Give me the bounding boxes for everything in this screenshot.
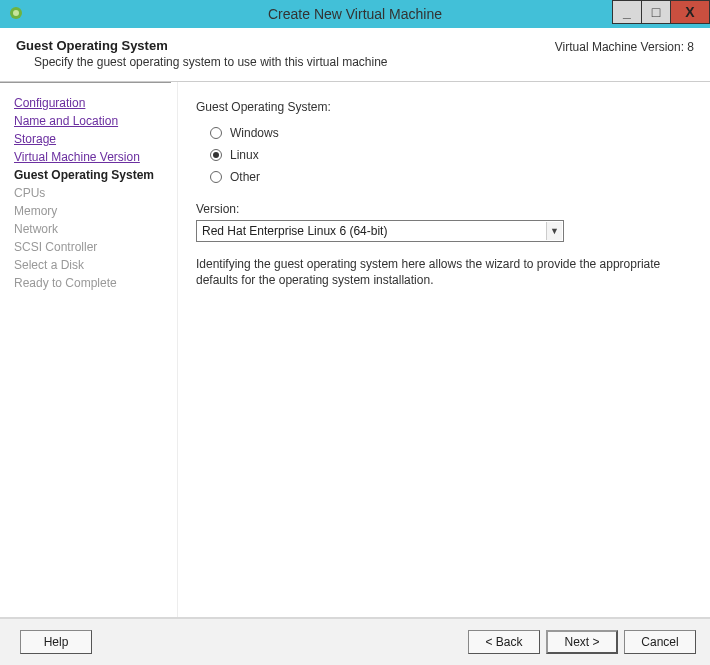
sidebar-step-memory: Memory xyxy=(14,202,169,220)
svg-point-1 xyxy=(13,10,19,16)
sidebar-step-vm-version[interactable]: Virtual Machine Version xyxy=(14,148,169,166)
maximize-button[interactable]: □ xyxy=(641,0,671,24)
sidebar-step-configuration[interactable]: Configuration xyxy=(14,94,169,112)
radio-label-windows: Windows xyxy=(230,126,279,140)
cancel-button[interactable]: Cancel xyxy=(624,630,696,654)
wizard-header: Guest Operating System Specify the guest… xyxy=(0,28,710,82)
version-dropdown[interactable]: Red Hat Enterprise Linux 6 (64-bit) ▼ xyxy=(196,220,564,242)
close-button[interactable]: X xyxy=(670,0,710,24)
sidebar-step-name-location[interactable]: Name and Location xyxy=(14,112,169,130)
chevron-down-icon: ▼ xyxy=(546,222,562,240)
sidebar-step-network: Network xyxy=(14,220,169,238)
radio-linux[interactable]: Linux xyxy=(210,144,688,166)
radio-icon xyxy=(210,127,222,139)
page-title: Guest Operating System xyxy=(16,38,555,53)
minimize-button[interactable]: _ xyxy=(612,0,642,24)
radio-label-linux: Linux xyxy=(230,148,259,162)
sidebar-step-cpus: CPUs xyxy=(14,184,169,202)
sidebar-step-select-disk: Select a Disk xyxy=(14,256,169,274)
radio-other[interactable]: Other xyxy=(210,166,688,188)
titlebar-title: Create New Virtual Machine xyxy=(268,6,442,22)
guest-os-section-label: Guest Operating System: xyxy=(196,100,688,114)
back-button[interactable]: < Back xyxy=(468,630,540,654)
guest-os-hint: Identifying the guest operating system h… xyxy=(196,256,688,288)
version-label: Version: xyxy=(196,202,688,216)
wizard-body: Configuration Name and Location Storage … xyxy=(0,82,710,617)
next-button[interactable]: Next > xyxy=(546,630,618,654)
wizard-main: Guest Operating System: Windows Linux Ot… xyxy=(178,82,710,617)
radio-icon xyxy=(210,149,222,161)
radio-icon xyxy=(210,171,222,183)
app-icon xyxy=(8,5,24,21)
sidebar-step-scsi: SCSI Controller xyxy=(14,238,169,256)
page-subtitle: Specify the guest operating system to us… xyxy=(34,55,555,69)
sidebar-step-ready: Ready to Complete xyxy=(14,274,169,292)
vm-version-info: Virtual Machine Version: 8 xyxy=(555,38,694,69)
wizard-footer: Help < Back Next > Cancel xyxy=(0,617,710,665)
version-dropdown-value: Red Hat Enterprise Linux 6 (64-bit) xyxy=(202,224,387,238)
sidebar-step-storage[interactable]: Storage xyxy=(14,130,169,148)
window-controls: _ □ X xyxy=(613,0,710,24)
guest-os-radio-group: Windows Linux Other xyxy=(196,122,688,188)
radio-label-other: Other xyxy=(230,170,260,184)
help-button[interactable]: Help xyxy=(20,630,92,654)
sidebar-step-guest-os: Guest Operating System xyxy=(14,166,169,184)
titlebar: Create New Virtual Machine _ □ X xyxy=(0,0,710,28)
radio-windows[interactable]: Windows xyxy=(210,122,688,144)
wizard-steps-sidebar: Configuration Name and Location Storage … xyxy=(0,82,178,617)
